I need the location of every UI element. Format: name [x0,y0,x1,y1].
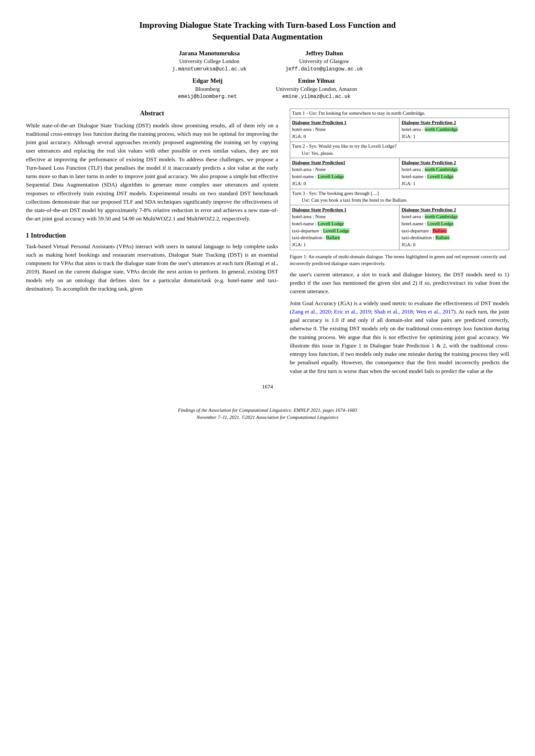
turn-2-states: Dialogue State Prediction1 hotel-area : … [290,158,509,189]
figure-caption: Figure 1: An example of multi-domain dia… [290,254,509,267]
turn-3-s1-line3: taxi-departure : Lovell Lodge [292,228,398,235]
turn-3-header: Turn 3 - Sys: The booking goes through [… [290,189,509,205]
turn-1-state-2: Dialogue State Prediction 2 hotel-area :… [400,118,509,142]
author-4-affil: University College London, Amazon [276,85,357,94]
turn-2-state-2-title: Dialogue State Prediction 2 [401,159,507,166]
turn-3-state-1-title: Dialogue State Prediction 1 [292,206,398,213]
turn-2-state-1-title: Dialogue State Prediction1 [292,159,398,166]
cite-zang[interactable]: Zang et al., 2020 [292,308,331,315]
turn-3-s2-line4: taxi-destination : Ballare [401,234,507,241]
author-3: Edgar Meij Bloomberg emeij@bloomberg.net [178,76,237,100]
page-title: Improving Dialogue State Tracking with T… [26,19,509,43]
turn-2-s1-line3: JGA: 0 [292,180,398,187]
author-1: Jarana Manotumruksa University College L… [172,49,246,73]
turn-1-state-1-title: Dialogue State Prediction 1 [292,119,398,126]
turn-3-s2-line1: hotel-area : north Cambridge [401,213,507,220]
turn-3-states: Dialogue State Prediction 1 hotel-area :… [290,205,509,250]
turn-1-state-1: Dialogue State Prediction 1 hotel-area :… [290,118,400,142]
turn-3-s1-line4: taxi-destination : Ballare [292,234,398,241]
turn-3-s1-line5: JGA: 1 [292,241,398,249]
figure-1: Turn 1 - Usr: I'm looking for somewhere … [290,109,509,250]
turn-1-s1-line2: JGA: 0 [292,133,398,140]
turn-2-header: Turn 2 - Sys: Would you like to try the … [290,142,509,158]
page-number: 1674 [26,383,509,391]
turn-2-s1-line2: hotel-name : Lovell Lodge [292,173,398,180]
author-3-name: Edgar Meij [178,76,237,85]
abstract-title: Abstract [26,109,278,118]
turn-1-s2-line2: JGA: 1 [401,133,507,140]
intro-para-2: the user's current utterance, a slot to … [290,270,509,296]
turn-2-state-2: Dialogue State Prediction 2 hotel-area :… [400,158,509,188]
footer-text: Findings of the Association for Computat… [26,404,509,421]
cite-wen[interactable]: Wen et al., 2017 [416,308,454,315]
turn-2-state-1: Dialogue State Prediction1 hotel-area : … [290,158,400,188]
turn-3-s1-line1: hotel-area : None [292,213,398,220]
author-2: Jeffrey Dalton University of Glasgow jef… [285,49,363,73]
turn-3-state-2: Dialogue State Prediction 2 hotel-area :… [400,205,509,250]
turn-1-header: Turn 1 - Usr: I'm looking for somewhere … [290,109,509,118]
author-2-email: jeff.dalton@glasgow.ac.uk [285,66,363,73]
author-3-email: emeij@bloomberg.net [178,93,237,100]
turn-2-s1-line1: hotel-area : None [292,166,398,173]
intro-para-3: Joint Goal Accuracy (JGA) is a widely us… [290,299,509,375]
author-4-name: Emine Yilmaz [276,76,357,85]
turn-1-states: Dialogue State Prediction 1 hotel-area :… [290,118,509,142]
turn-2-s2-line1: hotel-area : north Cambridge [401,166,507,173]
turn-3-s1-line2: hotel-name : Lovell Lodge [292,220,398,228]
turn-3-state-1: Dialogue State Prediction 1 hotel-area :… [290,205,400,250]
turn-2-s2-line2: hotel-name : Lovell Lodge [401,173,507,180]
author-4-email: emine.yilmaz@ucl.ac.uk [276,93,357,100]
turn-1-state-2-title: Dialogue State Prediction 2 [401,119,507,126]
author-1-email: j.manotumruksa@ucl.ac.uk [172,66,246,73]
author-4: Emine Yilmaz University College London, … [276,76,357,100]
intro-para-1: Task-based Virtual Personal Assistants (… [26,242,278,293]
cite-eric[interactable]: Eric et al., 2019 [334,308,371,315]
abstract-text: While state-of-the-art Dialogue State Tr… [26,121,278,223]
author-3-affil: Bloomberg [178,85,237,94]
turn-3-s2-line3: taxi-departure : Ballare [401,228,507,235]
author-1-name: Jarana Manotumruksa [172,49,246,58]
section1-title: 1 Introduction [26,231,278,240]
author-2-name: Jeffrey Dalton [285,49,363,58]
turn-1-s1-line1: hotel-area : None [292,126,398,133]
author-1-affil: University College London [172,58,246,66]
turn-3-s2-line5: JGA: 0 [401,241,507,249]
turn-3-state-2-title: Dialogue State Prediction 2 [401,206,507,213]
turn-2-s2-line3: JGA: 1 [401,180,507,187]
author-2-affil: University of Glasgow [285,58,363,66]
turn-1-s2-line1: hotel-area : north Cambridge [401,126,507,133]
cite-shah[interactable]: Shah et al., 2018 [374,308,413,315]
turn-3-s2-line2: hotel-name : Lovell Lodge [401,220,507,228]
